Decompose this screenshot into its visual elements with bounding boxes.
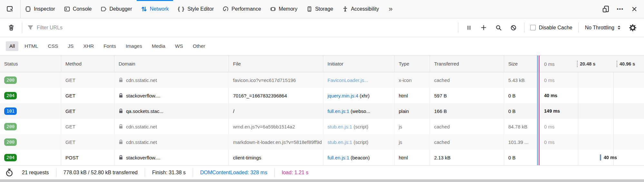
tab-label: Console [73, 6, 92, 12]
type-filter-css[interactable]: CSS [44, 41, 62, 51]
domain-text: cdn.sstatic.net [126, 77, 157, 83]
pause-recording-button[interactable] [462, 20, 476, 35]
domain-text: cdn.sstatic.net [126, 139, 157, 145]
type-filter-html[interactable]: HTML [21, 41, 42, 51]
file-cell: favicon.ico?v=ec617d715196 [229, 72, 323, 88]
disable-cache-label: Disable Cache [539, 25, 572, 31]
type-filter-all[interactable]: All [6, 41, 18, 51]
tab-console[interactable]: Console [60, 0, 96, 18]
file-cell: 7016?_=1667832396864 [229, 88, 323, 103]
gear-icon [629, 24, 636, 31]
column-header-size[interactable]: Size [504, 56, 539, 72]
tab-label: Accessibility [351, 6, 379, 12]
tab-label: Performance [231, 6, 261, 12]
load-time: load: 1.21 s [275, 170, 316, 176]
column-header-waterfall[interactable]: 0 ms 20.48 s 40.96 s [539, 56, 644, 72]
initiator-cause: (script) [352, 124, 368, 129]
tab-label: Style Editor [187, 6, 214, 12]
network-icon [141, 6, 147, 12]
type-cell: html [395, 88, 430, 103]
meatball-menu-icon: ⋯ [617, 5, 624, 13]
type-filter-images[interactable]: Images [122, 41, 146, 51]
performance-icon [223, 6, 229, 12]
tabs-overflow-button[interactable]: » [384, 0, 398, 18]
type-filter-ws[interactable]: WS [171, 41, 187, 51]
initiator-link[interactable]: full.en.js:1 [327, 155, 349, 160]
lock-icon [119, 124, 123, 129]
funnel-icon [27, 25, 34, 31]
pause-icon [466, 25, 472, 31]
responsive-design-mode-icon [602, 5, 610, 13]
waterfall-cell: 40 ms [539, 150, 644, 165]
clear-requests-button[interactable] [4, 20, 19, 35]
tab-style-editor[interactable]: { } Style Editor [173, 0, 218, 18]
transferred-cell: cached [430, 119, 504, 134]
accessibility-icon [342, 6, 348, 12]
initiator-link[interactable]: FaviconLoader.js... [327, 77, 368, 83]
size-cell: 0 B [504, 150, 539, 165]
responsive-design-mode-button[interactable] [599, 0, 613, 18]
column-header-file[interactable]: File [229, 56, 323, 72]
horizontal-scrollbar[interactable] [0, 179, 644, 182]
tab-accessibility[interactable]: Accessibility [338, 0, 384, 18]
waterfall-time: 0 ms [544, 124, 555, 129]
waterfall-bar [600, 155, 601, 161]
close-icon: × [631, 4, 637, 14]
lock-icon [119, 108, 123, 114]
debugger-icon [101, 6, 107, 12]
column-header-transferred[interactable]: Transferred [430, 56, 504, 72]
filter-urls-input[interactable] [37, 25, 455, 31]
initiator-cell: stub.en.js:1 (script) [323, 119, 395, 134]
throttling-value: No Throttling [585, 25, 614, 31]
element-picker-button[interactable] [0, 0, 21, 18]
domain-text: stackoverflow.... [126, 155, 161, 160]
table-row[interactable]: 204 GET stackoverflow.... 7016?_=1667832… [0, 88, 644, 103]
type-cell: js [395, 134, 430, 150]
status-cell: 204 [0, 150, 61, 165]
type-filter-other[interactable]: Other [189, 41, 209, 51]
type-filter-fonts[interactable]: Fonts [100, 41, 120, 51]
table-row[interactable]: 204 POST stackoverflow.... client-timing… [0, 150, 644, 165]
table-row[interactable]: 101 GET qa.sockets.stac... / full.en.js:… [0, 103, 644, 119]
initiator-link[interactable]: full.en.js:1 [327, 108, 349, 114]
table-row[interactable]: 200 GET cdn.sstatic.net wmd.en.js?v=6a59… [0, 119, 644, 134]
initiator-link[interactable]: stub.en.js:1 [327, 139, 352, 145]
initiator-cause: (beacon) [349, 155, 370, 160]
column-header-method[interactable]: Method [61, 56, 114, 72]
method-cell: GET [61, 119, 114, 134]
throttling-dropdown[interactable]: No Throttling [582, 25, 625, 31]
status-badge: 200 [4, 123, 17, 130]
table-row[interactable]: 200 GET cdn.sstatic.net markdown-it-load… [0, 134, 644, 150]
type-filter-js[interactable]: JS [64, 41, 77, 51]
type-cell: plain [395, 103, 430, 119]
tab-network[interactable]: Network [137, 0, 173, 18]
column-header-domain[interactable]: Domain [114, 56, 229, 72]
tab-storage[interactable]: Storage [302, 0, 338, 18]
plus-icon [481, 25, 487, 31]
transferred-cell: cached [430, 134, 504, 150]
column-header-status[interactable]: Status [0, 56, 61, 72]
type-filter-xhr[interactable]: XHR [80, 41, 97, 51]
network-settings-button[interactable] [625, 20, 640, 35]
table-row[interactable]: 200 GET cdn.sstatic.net favicon.ico?v=ec… [0, 72, 644, 88]
initiator-link[interactable]: stub.en.js:1 [327, 124, 352, 129]
domain-cell: stackoverflow.... [114, 150, 229, 165]
column-header-initiator[interactable]: Initiator [323, 56, 395, 72]
initiator-link[interactable]: jquery.min.js:4 [327, 93, 358, 98]
disable-cache-checkbox[interactable] [530, 25, 536, 30]
column-header-type[interactable]: Type [395, 56, 430, 72]
tab-debugger[interactable]: Debugger [96, 0, 137, 18]
search-button[interactable] [491, 20, 506, 35]
style-editor-icon: { } [178, 6, 184, 12]
inspector-icon [25, 6, 31, 12]
tab-inspector[interactable]: Inspector [21, 0, 60, 18]
tab-memory[interactable]: Memory [266, 0, 302, 18]
new-request-button[interactable] [476, 20, 491, 35]
type-filter-media[interactable]: Media [148, 41, 169, 51]
status-badge: 101 [4, 107, 17, 115]
tab-performance[interactable]: Performance [218, 0, 266, 18]
devtools-menu-button[interactable]: ⋯ [613, 0, 627, 18]
close-devtools-button[interactable]: × [627, 0, 641, 18]
block-requests-button[interactable] [506, 20, 521, 35]
disable-cache-control[interactable]: Disable Cache [528, 25, 575, 31]
